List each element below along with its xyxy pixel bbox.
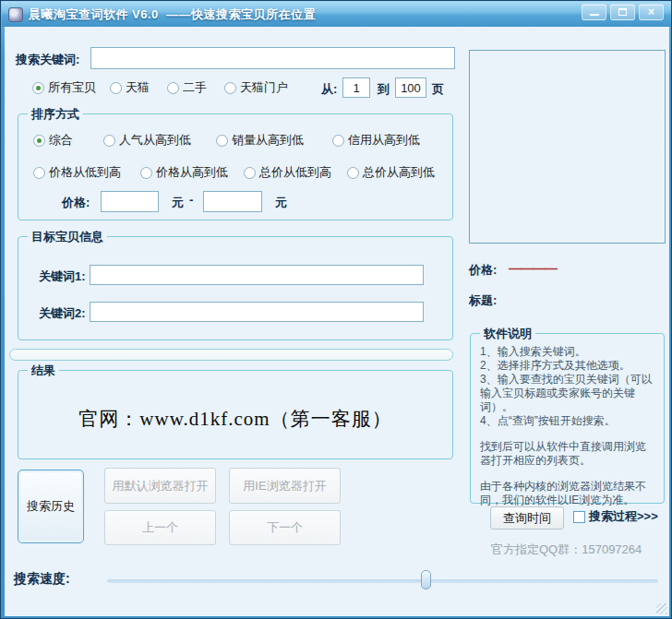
radio-scope-tmall-portal[interactable]: 天猫门户 bbox=[224, 80, 288, 95]
radio-sort-total-asc[interactable]: 总价从低到高 bbox=[244, 165, 331, 180]
radio-sort-credit-desc[interactable]: 信用从高到低 bbox=[332, 133, 420, 148]
maximize-button[interactable] bbox=[610, 4, 635, 20]
radio-label: 天猫 bbox=[126, 79, 150, 96]
radio-label: 总价从高到低 bbox=[363, 164, 435, 181]
page-to-label: 到 bbox=[378, 81, 390, 98]
price-range-dash: - bbox=[189, 193, 193, 207]
radio-dot bbox=[224, 82, 236, 94]
radio-dot bbox=[140, 167, 152, 179]
speed-slider-thumb[interactable] bbox=[421, 570, 431, 589]
radio-dot bbox=[33, 167, 45, 179]
search-keyword-label: 搜索关键词: bbox=[16, 52, 79, 68]
radio-sort-comprehensive[interactable]: 综合 bbox=[33, 133, 73, 148]
keyword1-input[interactable] bbox=[90, 265, 424, 285]
minimize-icon bbox=[590, 14, 599, 16]
radio-label: 二手 bbox=[183, 79, 207, 96]
detail-title-label: 标题: bbox=[469, 292, 497, 309]
radio-scope-tmall[interactable]: 天猫 bbox=[110, 80, 150, 95]
help-text: 1、输入搜索关键词。 2、选择排序方式及其他选项。 3、输入要查找的宝贝关键词（… bbox=[480, 345, 655, 507]
help-step: 2、选择排序方式及其他选项。 bbox=[480, 359, 655, 373]
result-groupbox: 结果 官网：www.d1kf.com（第一客服） bbox=[18, 370, 453, 459]
detail-price-value: ———— bbox=[509, 261, 557, 276]
radio-label: 所有宝贝 bbox=[48, 79, 96, 96]
radio-sort-popularity-desc[interactable]: 人气从高到低 bbox=[103, 133, 191, 148]
radio-label: 价格从低到高 bbox=[49, 164, 121, 181]
help-group-title: 软件说明 bbox=[480, 326, 535, 342]
titlebar[interactable]: 晨曦淘宝查词软件 V6.0 ——快速搜索宝贝所在位置 × bbox=[2, 2, 672, 27]
keyword2-label: 关键词2: bbox=[39, 305, 86, 322]
client-area: 搜索关键词: 所有宝贝 天猫 二手 天猫门户 从: 到 页 排序方式 bbox=[5, 27, 669, 616]
price-max-input[interactable] bbox=[203, 191, 262, 212]
radio-dot bbox=[33, 135, 45, 147]
checkbox-box bbox=[573, 511, 585, 523]
keyword1-label: 关键词1: bbox=[39, 268, 86, 285]
help-step: 3、输入要查找的宝贝关键词（可以输入宝贝标题或卖家账号的关键词）。 bbox=[480, 373, 655, 414]
radio-scope-all[interactable]: 所有宝贝 bbox=[32, 80, 96, 95]
window-controls: × bbox=[582, 4, 664, 20]
radio-sort-price-asc[interactable]: 价格从低到高 bbox=[33, 165, 121, 180]
maximize-icon bbox=[618, 8, 627, 16]
close-button[interactable]: × bbox=[639, 4, 664, 20]
radio-label: 天猫门户 bbox=[240, 79, 288, 96]
radio-sort-price-desc[interactable]: 价格从高到低 bbox=[140, 165, 228, 180]
qq-group-text: 官方指定QQ群：157097264 bbox=[491, 542, 642, 558]
app-icon bbox=[8, 7, 23, 22]
page-from-label: 从: bbox=[321, 81, 337, 98]
result-group-title: 结果 bbox=[28, 363, 59, 379]
checkbox-label: 搜索过程>>> bbox=[589, 508, 658, 525]
price-min-input[interactable] bbox=[101, 191, 159, 212]
radio-label: 价格从高到低 bbox=[156, 164, 228, 181]
sort-groupbox: 排序方式 综合 人气从高到低 销量从高到低 信用从高到低 价格从低到高 bbox=[18, 113, 453, 220]
page-from-input[interactable] bbox=[342, 77, 370, 98]
help-note: 找到后可以从软件中直接调用浏览器打开相应的列表页。 bbox=[480, 440, 655, 468]
radio-label: 综合 bbox=[49, 132, 73, 149]
help-step: 4、点“查询”按钮开始搜索。 bbox=[480, 414, 655, 428]
sort-group-title: 排序方式 bbox=[28, 106, 83, 123]
target-group-title: 目标宝贝信息 bbox=[28, 229, 107, 245]
search-history-button[interactable]: 搜索历史 bbox=[18, 470, 84, 543]
minimize-button[interactable] bbox=[582, 4, 606, 20]
search-process-checkbox[interactable]: 搜索过程>>> bbox=[573, 508, 658, 525]
radio-sort-total-desc[interactable]: 总价从高到低 bbox=[347, 165, 435, 180]
search-keyword-input[interactable] bbox=[90, 47, 455, 69]
search-speed-label: 搜索速度: bbox=[14, 571, 70, 588]
price-unit-max-label: 元 bbox=[275, 195, 287, 211]
page-unit-label: 页 bbox=[432, 81, 444, 98]
resize-grip[interactable] bbox=[656, 603, 667, 614]
radio-label: 销量从高到低 bbox=[232, 132, 304, 149]
help-groupbox: 软件说明 1、输入搜索关键词。 2、选择排序方式及其他选项。 3、输入要查找的宝… bbox=[470, 333, 665, 504]
next-button[interactable]: 下一个 bbox=[229, 510, 341, 545]
radio-dot bbox=[32, 82, 44, 94]
keyword2-input[interactable] bbox=[90, 302, 424, 322]
radio-dot bbox=[244, 167, 256, 179]
radio-label: 信用从高到低 bbox=[348, 132, 420, 149]
detail-price-label: 价格: bbox=[469, 262, 497, 279]
help-step: 1、输入搜索关键词。 bbox=[480, 345, 655, 359]
radio-dot bbox=[103, 135, 115, 147]
price-unit-min-label: 元 bbox=[172, 195, 184, 211]
radio-dot bbox=[347, 167, 359, 179]
radio-dot bbox=[216, 135, 228, 147]
open-default-browser-button[interactable]: 用默认浏览器打开 bbox=[104, 468, 216, 504]
radio-scope-secondhand[interactable]: 二手 bbox=[167, 80, 207, 95]
progress-bar bbox=[9, 349, 453, 361]
page-to-input[interactable] bbox=[395, 77, 426, 98]
radio-dot bbox=[332, 135, 344, 147]
radio-label: 人气从高到低 bbox=[119, 132, 191, 149]
window-title: 晨曦淘宝查词软件 V6.0 ——快速搜索宝贝所在位置 bbox=[29, 6, 316, 23]
target-groupbox: 目标宝贝信息 关键词1: 关键词2: bbox=[18, 236, 453, 340]
query-time-button[interactable]: 查询时间 bbox=[490, 506, 564, 530]
radio-sort-sales-desc[interactable]: 销量从高到低 bbox=[216, 133, 304, 148]
speed-slider-track[interactable] bbox=[107, 579, 658, 583]
close-icon: × bbox=[648, 6, 654, 18]
radio-dot bbox=[110, 82, 122, 94]
app-window: 晨曦淘宝查词软件 V6.0 ——快速搜索宝贝所在位置 × 搜索关键词: 所有宝贝… bbox=[0, 0, 672, 619]
previous-button[interactable]: 上一个 bbox=[104, 510, 216, 545]
official-site-watermark: 官网：www.d1kf.com（第一客服） bbox=[18, 406, 452, 432]
preview-picture-box bbox=[469, 50, 666, 244]
help-note: 由于各种内核的浏览器浏览结果不同，我们的软件以IE浏览为准。 bbox=[480, 480, 655, 507]
price-range-label: 价格: bbox=[62, 195, 90, 211]
open-ie-browser-button[interactable]: 用IE浏览器打开 bbox=[229, 468, 341, 504]
radio-dot bbox=[167, 82, 179, 94]
radio-label: 总价从低到高 bbox=[259, 164, 331, 181]
